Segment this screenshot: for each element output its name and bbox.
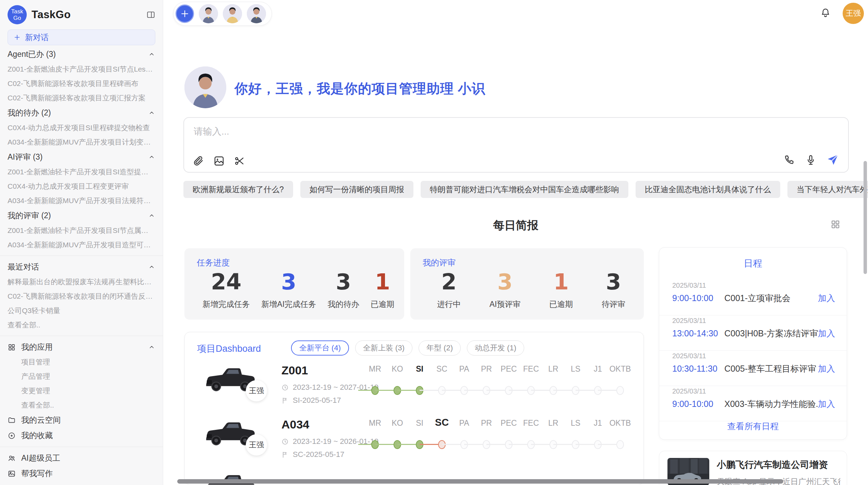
sidebar-item[interactable]: 解释最新出台的欧盟报废车法规再生塑料比例被调至15%...: [0, 275, 163, 289]
schedule-date: 2025/03/11: [672, 317, 835, 325]
section-header[interactable]: 我的评审 (2): [0, 208, 163, 223]
project-row-Z001[interactable]: 王强Z0012023-12-19 ~ 2027-01-19SI-2025-05-…: [185, 362, 643, 414]
sidebar-item[interactable]: Z001-全新燃油轻卡产品开发项目SI节点属性5D文件评审: [0, 223, 163, 238]
flag-icon: [281, 397, 289, 404]
suggestion-chip[interactable]: 特朗普可能对进口汽车增税会对中国车企造成哪些影响: [421, 181, 628, 198]
user-avatar[interactable]: 王强: [843, 3, 864, 24]
milestone-dot-OKTB: [616, 386, 624, 395]
sidebar-item[interactable]: 公司Q3轻卡销量: [0, 303, 163, 318]
chevron-up-icon: [148, 51, 155, 58]
schedule-item-row: 13:00-14:30C003|H0B-方案冻结评审加入: [672, 328, 835, 339]
sidebar-collapse-icon[interactable]: [146, 10, 155, 19]
dashboard-filter-chip[interactable]: 全新平台 (4): [291, 340, 349, 356]
dashboard-filter-chip[interactable]: 动总开发 (1): [467, 340, 524, 356]
new-chat-button[interactable]: 新对话: [8, 29, 155, 45]
suggestion-chips: 欧洲新规最近颁布了什么?如何写一份清晰的项目周报特朗普可能对进口汽车增税会对中国…: [183, 181, 868, 198]
stat-item: 24新增完成任务: [203, 270, 250, 310]
add-member-button[interactable]: [176, 4, 194, 23]
section-title: Agent已办 (3): [8, 49, 56, 60]
voice-call-icon[interactable]: [784, 154, 795, 166]
stat-value: 1: [549, 270, 573, 295]
sidebar-tool-item[interactable]: 创意制图: [0, 481, 163, 485]
dashboard-filter-chip[interactable]: 年型 (2): [419, 340, 461, 356]
schedule-item: 2025/03/119:00-10:00X003-车辆动力学性能验...加入: [659, 386, 847, 421]
photo-icon: [8, 470, 16, 478]
section-header[interactable]: Agent已办 (3): [0, 47, 163, 62]
project-owner-badge: 王强: [246, 380, 267, 401]
sidebar-item[interactable]: C02-飞腾新能源轻客改款项目的闭环通告反馈情况: [0, 289, 163, 303]
dashboard-filter-chip[interactable]: 全新上装 (3): [355, 340, 412, 356]
section-header[interactable]: 最近对话: [0, 259, 163, 275]
section-header[interactable]: AI评审 (3): [0, 149, 163, 165]
sidebar-app-item[interactable]: 查看全部..: [0, 398, 163, 412]
send-icon[interactable]: [826, 153, 839, 166]
attach-image-icon[interactable]: [214, 156, 225, 166]
schedule-list: 2025/03/119:00-10:00C001-立项审批会加入2025/03/…: [659, 280, 847, 421]
stat-value: 3: [328, 270, 359, 295]
sidebar-tool-item[interactable]: 帮我写作: [0, 466, 163, 481]
stat-item: 3AI预评审: [490, 270, 521, 310]
sidebar-tool-item[interactable]: AI超级员工: [0, 450, 163, 466]
sidebar-item[interactable]: Z001-全新燃油皮卡产品开发项目SI节点Lesson Learn报告: [0, 62, 163, 76]
join-link[interactable]: 加入: [818, 328, 835, 339]
stat-label: 新增AI完成任务: [261, 299, 316, 310]
sidebar-item[interactable]: A034-全新新能源MUV产品开发项目计划变更表编写: [0, 135, 163, 149]
daily-brief-title: 每日简报: [164, 218, 868, 233]
stat-value: 2: [437, 270, 461, 295]
sidebar-item[interactable]: 查看全部..: [0, 318, 163, 332]
attach-file-icon[interactable]: [193, 156, 204, 166]
stat-label: 待评审: [602, 299, 625, 310]
sidebar-item-favorites[interactable]: 我的收藏: [0, 428, 163, 443]
project-milestone-date-row: SI-2025-05-17: [281, 396, 341, 405]
member-avatar[interactable]: [247, 4, 266, 23]
join-link[interactable]: 加入: [818, 293, 835, 304]
join-link[interactable]: 加入: [818, 398, 835, 410]
stat-value: 24: [203, 270, 250, 295]
sidebar-item[interactable]: A034-全新新能源MUV产品开发项目造型可行性评审: [0, 238, 163, 252]
horizontal-scrollbar[interactable]: [177, 479, 783, 484]
member-avatar[interactable]: [199, 4, 218, 23]
member-avatars: [199, 4, 266, 23]
stat-item: 3新增AI完成任务: [261, 270, 316, 310]
stat-columns: 24新增完成任务3新增AI完成任务3我的待办1已逾期: [197, 270, 400, 310]
project-milestone-date: SC-2025-05-17: [293, 450, 344, 459]
vertical-scrollbar[interactable]: [864, 161, 867, 274]
join-link[interactable]: 加入: [818, 363, 835, 374]
section-title: AI评审 (3): [8, 152, 43, 162]
sidebar-item-my-apps[interactable]: 我的应用: [0, 339, 163, 355]
divider: [0, 336, 163, 336]
stat-item: 1已逾期: [371, 270, 394, 310]
chevron-up-icon: [148, 344, 155, 351]
layout-grid-icon[interactable]: [830, 219, 841, 229]
notification-bell-icon[interactable]: [820, 8, 831, 18]
sidebar-app-item[interactable]: 项目管理: [0, 355, 163, 369]
schedule-time: 9:00-10:00: [672, 399, 724, 409]
screenshot-scissors-icon[interactable]: [234, 156, 245, 166]
schedule-item: 2025/03/119:00-10:00C001-立项审批会加入: [659, 280, 847, 315]
sidebar-app-item[interactable]: 变更管理: [0, 384, 163, 398]
sidebar-item[interactable]: C02-飞腾新能源轻客改款项目立项汇报方案: [0, 91, 163, 105]
divider: [0, 447, 163, 447]
project-code: A034: [281, 418, 309, 431]
chat-input[interactable]: [193, 123, 674, 140]
sidebar-item[interactable]: A034-全新新能源MUV产品开发项目法规符合性评审: [0, 194, 163, 208]
suggestion-chip[interactable]: 当下年轻人对汽车外观有怎样的喜好趋势: [787, 181, 868, 198]
stat-item: 3我的待办: [328, 270, 359, 310]
section-header[interactable]: 我的待办 (2): [0, 105, 163, 121]
suggestion-chip[interactable]: 欧洲新规最近颁布了什么?: [183, 181, 293, 198]
schedule-time: 13:00-14:30: [672, 328, 724, 338]
microphone-icon[interactable]: [805, 154, 817, 166]
chevron-up-icon: [148, 109, 155, 116]
member-avatar[interactable]: [223, 4, 242, 23]
suggestion-chip[interactable]: 比亚迪全固态电池计划具体说了什么: [636, 181, 780, 198]
project-row-A034[interactable]: 王强A0342023-12-19 ~ 2026-01-19SC-2025-05-…: [185, 416, 643, 468]
sidebar-item[interactable]: C0X4-动力总成开发项目工程变更评审: [0, 179, 163, 194]
sidebar-app-item[interactable]: 产品管理: [0, 369, 163, 384]
view-all-schedule-link[interactable]: 查看所有日程: [659, 421, 847, 432]
sidebar-item[interactable]: C0X4-动力总成开发项目SI里程碑提交物检查: [0, 121, 163, 135]
sidebar-item[interactable]: Z001-全新燃油轻卡产品开发项目SI造型提交物评审: [0, 165, 163, 179]
sidebar-item[interactable]: C02-飞腾新能源轻客改款项目里程碑画布: [0, 76, 163, 91]
project-code: Z001: [281, 364, 308, 377]
sidebar-item-cloud-space[interactable]: 我的云空间: [0, 412, 163, 428]
suggestion-chip[interactable]: 如何写一份清晰的项目周报: [300, 181, 413, 198]
